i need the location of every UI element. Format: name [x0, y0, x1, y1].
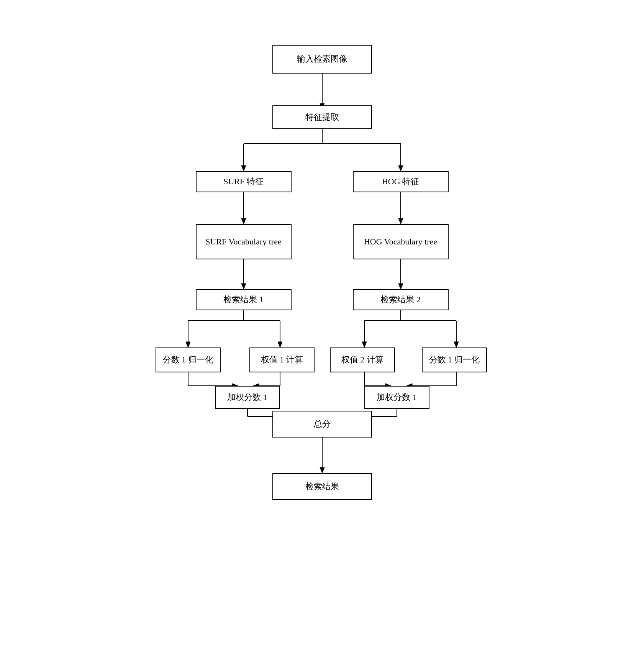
total-box: 总分 — [272, 411, 372, 438]
surf-feature-box: SURF 特征 — [196, 171, 292, 192]
input-box: 输入检索图像 — [272, 45, 372, 74]
hog-feature-box: HOG 特征 — [353, 171, 449, 192]
svg-marker-33 — [454, 342, 459, 347]
feature-extract-box: 特征提取 — [272, 105, 372, 129]
svg-marker-11 — [241, 218, 246, 224]
svg-marker-25 — [278, 342, 282, 347]
svg-marker-53 — [320, 467, 324, 473]
score1-norm-box: 分数 1 归一化 — [156, 347, 221, 372]
svg-marker-15 — [241, 284, 246, 289]
result1-box: 检索结果 1 — [196, 289, 292, 310]
svg-marker-5 — [241, 166, 246, 171]
final-result-box: 检索结果 — [272, 473, 372, 500]
svg-marker-17 — [398, 284, 403, 289]
svg-marker-13 — [398, 218, 403, 224]
weight1-calc-box: 权值 1 计算 — [249, 347, 315, 372]
result2-box: 检索结果 2 — [353, 289, 449, 310]
weighted1-box: 加权分数 1 — [215, 386, 280, 409]
svg-marker-21 — [186, 342, 190, 347]
svg-marker-29 — [362, 342, 367, 347]
svg-marker-9 — [398, 166, 403, 171]
hog-vocab-box: HOG Vocabulary tree — [353, 224, 449, 259]
weighted2-box: 加权分数 1 — [364, 386, 429, 409]
flowchart: 输入检索图像 特征提取 SURF 特征 HOG 特征 SURF Vocabula… — [150, 37, 495, 612]
score2-norm-box: 分数 1 归一化 — [422, 347, 487, 372]
weight2-calc-box: 权值 2 计算 — [330, 347, 395, 372]
surf-vocab-box: SURF Vocabulary tree — [196, 224, 292, 259]
